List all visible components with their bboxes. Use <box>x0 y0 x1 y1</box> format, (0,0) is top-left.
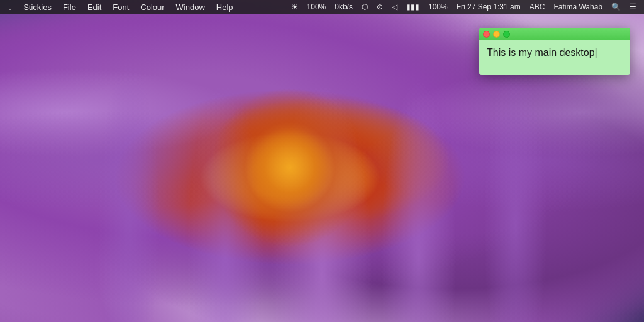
close-button[interactable] <box>483 31 490 38</box>
sticky-titlebar <box>479 28 630 40</box>
font-menu[interactable]: Font <box>108 1 134 13</box>
desktop:  Stickies File Edit Font Colour Window … <box>0 0 644 322</box>
bluetooth-icon: ⬡ <box>359 1 370 13</box>
help-menu[interactable]: Help <box>211 1 238 13</box>
brightness-icon: ☀ <box>289 1 301 13</box>
brightness-value: 100% <box>304 1 329 13</box>
notification-icon[interactable]: ☰ <box>627 1 639 13</box>
sticky-body[interactable]: This is my main desktop <box>479 40 630 75</box>
sticky-text-content[interactable]: This is my main desktop <box>487 47 623 60</box>
wifi-icon: ⊙ <box>374 1 386 13</box>
file-menu[interactable]: File <box>58 1 81 13</box>
spotlight-icon[interactable]: 🔍 <box>609 1 623 13</box>
network-activity: 0kb/s <box>332 1 355 13</box>
maximize-button[interactable] <box>503 31 510 38</box>
edit-menu[interactable]: Edit <box>82 1 106 13</box>
battery-icon: ▮▮▮ <box>404 1 422 13</box>
apple-menu[interactable]:  <box>4 1 17 13</box>
input-source: ABC <box>527 1 548 13</box>
sticky-note[interactable]: This is my main desktop <box>479 28 630 75</box>
app-name-menu[interactable]: Stickies <box>18 1 57 13</box>
minimize-button[interactable] <box>493 31 500 38</box>
menubar:  Stickies File Edit Font Colour Window … <box>0 0 644 14</box>
colour-menu[interactable]: Colour <box>135 1 169 13</box>
battery-percentage: 100% <box>426 1 450 13</box>
volume-icon: ◁ <box>389 1 400 13</box>
datetime: Fri 27 Sep 1:31 am <box>454 1 523 13</box>
user-name: Fatima Wahab <box>551 1 605 13</box>
window-menu[interactable]: Window <box>171 1 210 13</box>
